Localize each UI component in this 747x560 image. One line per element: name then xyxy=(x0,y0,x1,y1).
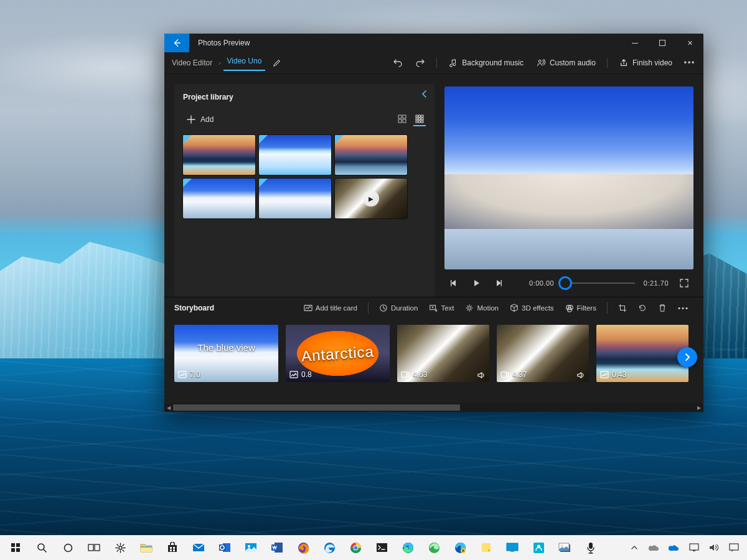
storyboard-clip-1[interactable]: Antarctica0.8 xyxy=(286,325,390,382)
step-forward-icon xyxy=(495,279,502,287)
next-frame-button[interactable] xyxy=(492,276,505,290)
taskbar-edge[interactable] xyxy=(395,535,421,560)
rotate-icon xyxy=(638,304,647,312)
filters-button[interactable]: Filters xyxy=(561,301,601,315)
clip-sound-icon xyxy=(477,371,486,379)
crop-button[interactable] xyxy=(614,301,631,315)
tray-connect[interactable] xyxy=(685,535,703,560)
prev-frame-button[interactable] xyxy=(447,276,461,290)
tray-cloud-blue[interactable] xyxy=(665,535,684,560)
up-icon xyxy=(627,541,641,554)
taskbar-desktop[interactable] xyxy=(499,535,525,560)
library-thumb-3[interactable] xyxy=(183,179,255,218)
3d-effects-button[interactable]: 3D effects xyxy=(505,301,558,315)
taskbar-store[interactable] xyxy=(159,535,186,560)
maximize-button[interactable] xyxy=(649,34,676,52)
custom-audio-button[interactable]: Custom audio xyxy=(531,55,601,71)
grid-2x2-icon xyxy=(398,114,406,123)
preview-viewport[interactable] xyxy=(444,86,693,269)
clip-duration-badge: 0.43 xyxy=(600,370,626,379)
grid-large-button[interactable] xyxy=(396,113,408,125)
seek-knob[interactable] xyxy=(558,276,572,290)
close-button[interactable] xyxy=(676,34,703,52)
storyboard-clip-2[interactable]: 4.63 xyxy=(397,325,489,382)
tray-cloud-grey[interactable] xyxy=(645,535,664,560)
more-button[interactable]: ••• xyxy=(680,55,700,71)
rename-project-button[interactable] xyxy=(268,56,286,70)
taskbar-paint3d[interactable] xyxy=(525,535,552,560)
play-button[interactable] xyxy=(469,276,483,290)
storyboard-clip-0[interactable]: The blue view7.0 xyxy=(174,325,278,382)
grid-small-button[interactable] xyxy=(413,113,426,126)
taskbar-edge-beta[interactable]: B xyxy=(447,535,473,560)
delete-button[interactable] xyxy=(654,301,671,315)
collapse-library-button[interactable] xyxy=(421,90,428,98)
add-media-button[interactable]: Add xyxy=(183,113,217,126)
svg-rect-41 xyxy=(170,549,172,551)
taskbar-outlook[interactable] xyxy=(212,535,238,560)
clip-duration-badge: 4.37 xyxy=(500,370,527,379)
filters-icon xyxy=(565,304,574,312)
taskbar-taskview[interactable] xyxy=(81,535,107,560)
taskbar-explorer[interactable] xyxy=(133,535,159,560)
taskbar-edge-dev[interactable] xyxy=(421,535,447,560)
finish-video-button[interactable]: Finish video xyxy=(614,55,677,71)
storyboard-clip-3[interactable]: 4.37 xyxy=(497,325,589,382)
library-thumb-2[interactable] xyxy=(335,135,407,175)
library-thumb-1[interactable] xyxy=(259,135,331,175)
svg-point-48 xyxy=(248,545,250,548)
taskbar-photos[interactable] xyxy=(238,535,264,560)
svg-rect-65 xyxy=(510,551,514,552)
svg-rect-11 xyxy=(416,121,418,123)
seek-bar[interactable] xyxy=(563,277,635,289)
video-icon xyxy=(500,371,509,378)
rotate-button[interactable] xyxy=(634,301,651,315)
taskbar-gallery[interactable] xyxy=(552,535,578,560)
taskbar-cortana[interactable] xyxy=(55,535,81,560)
svg-rect-37 xyxy=(141,546,152,548)
taskbar-firefox[interactable] xyxy=(290,535,316,560)
tray-speaker[interactable] xyxy=(705,535,723,560)
add-title-card-button[interactable]: Add title card xyxy=(299,301,362,315)
scroll-left-button[interactable]: ◀ xyxy=(164,403,173,412)
undo-button[interactable] xyxy=(388,55,408,71)
scrollbar-thumb[interactable] xyxy=(173,404,460,411)
taskbar-chrome[interactable] xyxy=(342,535,369,560)
storyboard-next-button[interactable] xyxy=(677,347,697,367)
motion-button[interactable]: Motion xyxy=(461,301,503,315)
storyboard-clip-4[interactable]: 0.43 xyxy=(596,325,688,382)
breadcrumb-project[interactable]: Video Uno xyxy=(223,55,266,71)
back-button[interactable] xyxy=(164,34,189,52)
minimize-button[interactable] xyxy=(621,34,649,52)
breadcrumb-root[interactable]: Video Editor xyxy=(168,57,216,69)
taskbar-settings[interactable] xyxy=(107,535,133,560)
scroll-right-button[interactable]: ▶ xyxy=(695,403,703,412)
taskbar-search[interactable] xyxy=(29,535,55,560)
storyboard-toolbar: Storyboard Add title card Duration Text … xyxy=(164,297,703,319)
fullscreen-button[interactable] xyxy=(677,276,691,290)
library-thumb-4[interactable] xyxy=(259,179,331,218)
taskbar-notes[interactable] xyxy=(473,535,499,560)
taskbar-mail[interactable] xyxy=(186,535,212,560)
tray-up[interactable] xyxy=(625,535,644,560)
library-thumb-0[interactable] xyxy=(183,135,255,175)
tray-notifications[interactable] xyxy=(725,535,743,560)
library-thumb-5[interactable]: ▶ xyxy=(335,179,407,218)
taskbar-start[interactable] xyxy=(2,535,29,560)
scrollbar-track[interactable] xyxy=(173,403,695,412)
expand-icon xyxy=(680,279,688,287)
duration-button[interactable]: Duration xyxy=(375,301,422,315)
player-controls: 0:00.00 0:21.70 xyxy=(444,269,693,297)
taskbar-word[interactable] xyxy=(264,535,290,560)
speaker-icon xyxy=(707,541,721,554)
background-music-button[interactable]: Background music xyxy=(443,55,529,71)
desktop: Photos Preview Video Editor › Video Uno … xyxy=(0,0,747,560)
svg-rect-40 xyxy=(173,547,175,549)
redo-button[interactable] xyxy=(410,55,430,71)
taskbar-terminal[interactable] xyxy=(369,535,395,560)
taskbar-edge-legacy[interactable] xyxy=(316,535,342,560)
storyboard-scrollbar[interactable]: ◀ ▶ xyxy=(164,403,703,412)
text-button[interactable]: Text xyxy=(425,301,458,315)
storyboard-more-button[interactable]: ••• xyxy=(674,302,693,314)
taskbar-mic[interactable] xyxy=(578,535,604,560)
